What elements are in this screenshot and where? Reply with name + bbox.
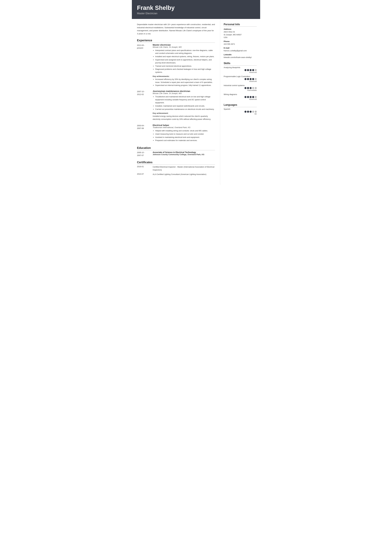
dot-empty: [255, 111, 257, 113]
exp-entry-1: 2012-03 -present Master electrician Mosa…: [137, 44, 215, 87]
ka-bullet: Supervised an internal training program,…: [155, 84, 215, 87]
address-label: Address: [224, 28, 257, 30]
right-column: Personal Info Address 2823 Olive St St J…: [220, 19, 260, 123]
dot-empty: [255, 69, 257, 71]
skill-level-1: Advanced: [224, 80, 257, 82]
exp-content-3: Electrical helper Tradesman Internationa…: [153, 124, 215, 142]
bullet: Installed and repair electrical systems,…: [155, 55, 215, 58]
edu-content-1: Associate of Science in Electrical Techn…: [153, 151, 215, 157]
address-line3: USA: [224, 36, 228, 38]
dot-filled: [252, 96, 254, 98]
dot-filled: [245, 78, 246, 80]
exp-content-1: Master electrician Mosaic Life Claire, S…: [153, 44, 215, 87]
linkedin-label: LinkedIn: [224, 54, 257, 56]
certificates-section: Certificates 2016-01 Certified Electrica…: [137, 161, 215, 176]
edu-school-1: Johnson County Community College, Overla…: [153, 153, 215, 156]
exp-title-3: Electrical helper: [153, 124, 215, 126]
dot-filled: [250, 78, 252, 80]
dot-filled: [245, 69, 246, 71]
ka-title-2: Key achievement:: [153, 112, 215, 114]
bullet: Supervised and assigned work to apprenti…: [155, 58, 215, 64]
bullet: Prepared cost estimates for materials an…: [155, 139, 215, 142]
exp-entry-3: 2003-04 -2007-08 Electrical helper Trade…: [137, 124, 215, 142]
dot-empty: [255, 78, 257, 80]
personal-info-heading: Personal Info: [224, 23, 257, 27]
dot-filled: [250, 111, 252, 113]
dot-filled: [247, 96, 249, 98]
email-value: francis.s.shelby@gmail.com: [224, 49, 257, 52]
key-achievements-2: Key achievement: Installed energy saving…: [153, 112, 215, 121]
address-line2: St Joseph, MO 64507: [224, 34, 242, 36]
edu-dates-1: 2005-10 -2007-07: [137, 151, 153, 157]
skill-item-2: Industrial control systems Intermediate: [224, 84, 257, 91]
dot-filled: [245, 96, 246, 98]
languages-heading: Languages: [224, 104, 257, 107]
phone-value: 415 555 2671: [224, 43, 257, 46]
exp-dates-2: 2007-10 -2012-02: [137, 90, 153, 121]
bullet: Trained and mentored electrical apprenti…: [155, 65, 215, 68]
dot-filled: [252, 69, 254, 71]
cert-content-2: ALA Certified Lighting Consultant (Ameri…: [153, 173, 215, 176]
exp-bullets-2: Troubleshot and maintained electrical wo…: [153, 95, 215, 111]
cert-date-1: 2016-01: [137, 166, 153, 172]
exp-dates-1: 2012-03 -present: [137, 44, 153, 87]
skill-item-3: Wiring diagrams Advanced: [224, 93, 257, 100]
skill-name-1: Programmable Logic Controllers: [224, 75, 257, 77]
education-section: Education 2005-10 -2007-07 Associate of …: [137, 146, 215, 157]
key-achievements-1: Key achievements: Increased efficiency b…: [153, 75, 215, 87]
candidate-title: Master Electrician: [137, 12, 255, 15]
exp-company-3: Tradesman International, Overland Park, …: [153, 126, 215, 129]
exp-company-1: Mosaic Life Claire, St Joseph, MO: [153, 46, 215, 48]
dot-filled: [247, 69, 249, 71]
bullet: Troubleshot and maintained electrical wo…: [155, 95, 215, 104]
bullet: Helped with installing wiring and condui…: [155, 129, 215, 132]
bullet: Used measuring tools to measure and cut …: [155, 133, 215, 136]
bullet: Carried out preventive maintenance on el…: [155, 108, 215, 111]
lang-dots-0: [224, 111, 257, 113]
dot-filled: [247, 78, 249, 80]
experience-section: Experience 2012-03 -present Master elect…: [137, 39, 215, 142]
ka-text-2: Installed energy saving devices which re…: [153, 115, 215, 121]
address-value: 2823 Olive St St Joseph, MO 64507 USA: [224, 30, 257, 39]
lang-name-0: Spanish: [224, 108, 257, 110]
edu-degree-1: Associate of Science in Electrical Techn…: [153, 151, 215, 153]
lang-level-0: B2: [224, 113, 257, 115]
summary-text: Dependable master electrician with 10+ y…: [137, 23, 215, 35]
ka-bullets-1: Increased efficiency by 33% by identifyi…: [153, 78, 215, 87]
dot-filled: [252, 78, 254, 80]
exp-content-2: Journeyman maintenance electrician Mosai…: [153, 90, 215, 121]
dot-filled: [245, 111, 246, 113]
bullet: Diagnosed problems and checked leakages …: [155, 68, 215, 74]
header: Frank Shelby Master Electrician: [132, 0, 260, 19]
edu-entry-1: 2005-10 -2007-07 Associate of Science in…: [137, 151, 215, 157]
skills-section: Skills Analyzing blueprints Advanced Pro…: [224, 62, 257, 100]
skill-name-2: Industrial control systems: [224, 84, 257, 86]
bullet: Installed, maintained and repaired switc…: [155, 104, 215, 108]
cert-entry-2: 2010-07 ALA Certified Lighting Consultan…: [137, 173, 215, 176]
dot-filled: [250, 87, 252, 89]
candidate-name: Frank Shelby: [137, 5, 255, 11]
skills-heading: Skills: [224, 62, 257, 66]
dot-filled: [247, 87, 249, 89]
exp-bullets-1: Interpreted contract plans and specifica…: [153, 49, 215, 74]
languages-section: Languages Spanish B2: [224, 104, 257, 115]
address-line1: 2823 Olive St: [224, 31, 235, 33]
cert-entry-1: 2016-01 Certified Electrical Inspector -…: [137, 166, 215, 172]
cert-content-1: Certified Electrical Inspector - Master …: [153, 166, 215, 172]
email-label: E-mail: [224, 47, 257, 49]
dot-filled: [250, 96, 252, 98]
skill-dots-1: [224, 78, 257, 80]
bullet: Assisted in maintaining electrical tools…: [155, 136, 215, 139]
certificates-heading: Certificates: [137, 161, 215, 165]
skill-dots-2: [224, 87, 257, 89]
dot-filled: [250, 69, 252, 71]
linkedin-value: linkedin.com/in/frank-sean-shelby/: [224, 56, 257, 59]
skill-dots-0: [224, 69, 257, 71]
skill-level-0: Advanced: [224, 71, 257, 73]
skill-dots-3: [224, 96, 257, 98]
skill-item-0: Analyzing blueprints Advanced: [224, 66, 257, 73]
dot-empty: [255, 96, 257, 98]
phone-label: Phone: [224, 40, 257, 42]
exp-entry-2: 2007-10 -2012-02 Journeyman maintenance …: [137, 90, 215, 121]
dot-empty: [252, 87, 254, 89]
